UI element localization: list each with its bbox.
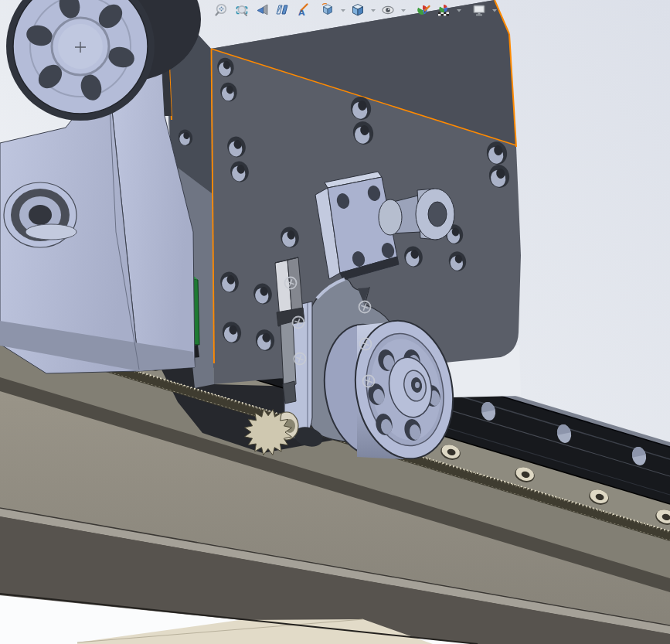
pencil-letter-a-icon: A [294, 2, 310, 18]
back-arrow-camera-icon [254, 2, 270, 18]
edit-appearance-button[interactable] [415, 2, 432, 19]
zoom-to-area-button[interactable] [233, 2, 250, 19]
previous-view-button[interactable] [253, 2, 270, 19]
motor-flange-housing[interactable] [0, 0, 201, 373]
color-ball-pencil-icon [416, 2, 431, 18]
monitor-icon [471, 2, 487, 18]
chevron-down-icon [400, 2, 406, 18]
view-orientation-dropdown[interactable] [339, 2, 346, 19]
chevron-down-icon [340, 2, 346, 18]
display-style-button[interactable] [349, 2, 366, 19]
hide-show-items-button[interactable] [379, 2, 396, 19]
shaded-cube-icon [350, 2, 366, 18]
view-settings-dropdown[interactable] [491, 2, 498, 19]
magnifier-fit-icon [214, 2, 230, 18]
magnifier-area-icon [234, 2, 250, 18]
color-ball-scene-icon [436, 2, 451, 18]
apply-scene-button[interactable] [435, 2, 452, 19]
display-style-dropdown[interactable] [369, 2, 376, 19]
view-orientation-button[interactable] [319, 2, 336, 19]
apply-scene-dropdown[interactable] [455, 2, 462, 19]
eye-icon [380, 2, 396, 18]
chevron-down-icon [491, 2, 498, 18]
zoom-to-fit-button[interactable] [213, 2, 230, 19]
section-planes-icon [274, 2, 290, 18]
annotation-views-button[interactable]: A [294, 2, 311, 19]
chevron-down-icon [456, 2, 462, 18]
model-3d-view[interactable] [0, 0, 670, 644]
view-settings-button[interactable] [471, 2, 488, 19]
view-cube-icon [320, 2, 335, 18]
heads-up-toolbar: A [213, 1, 498, 19]
section-view-button[interactable] [274, 2, 291, 19]
hide-show-items-dropdown[interactable] [400, 2, 406, 19]
cad-viewport[interactable]: A [0, 0, 670, 644]
chevron-down-icon [370, 2, 376, 18]
